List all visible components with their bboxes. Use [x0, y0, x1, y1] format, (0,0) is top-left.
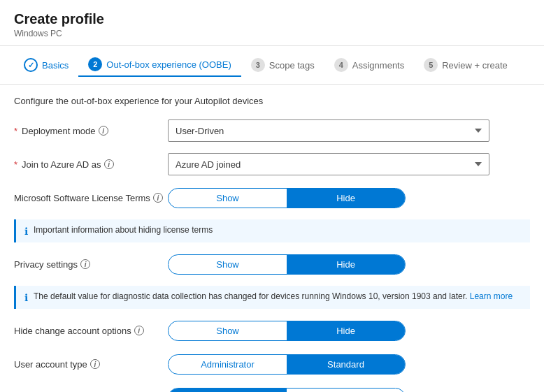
deployment-mode-control: User-Driven Self-Deploying	[168, 119, 530, 142]
tab-oobe-label: Out-of-box experience (OOBE)	[106, 59, 231, 70]
required-star: *	[14, 126, 17, 136]
hide-account-hide-btn[interactable]: Hide	[287, 321, 405, 340]
tab-check-icon: ✓	[24, 58, 38, 72]
user-account-toggle: Administrator Standard	[168, 354, 406, 375]
privacy-show-btn[interactable]: Show	[169, 255, 287, 274]
tab-scope-number: 3	[251, 58, 265, 72]
hide-account-show-btn[interactable]: Show	[169, 321, 287, 340]
join-azure-label: * Join to Azure AD as i	[14, 159, 168, 170]
page-subtitle: Windows PC	[14, 29, 530, 38]
license-terms-hide-btn[interactable]: Hide	[287, 189, 405, 208]
license-terms-info-icon[interactable]: i	[153, 193, 163, 203]
tab-oobe-number: 2	[88, 57, 102, 71]
diagnostic-text: The default value for diagnostic data co…	[34, 291, 513, 301]
tab-scope-label: Scope tags	[269, 60, 315, 71]
join-azure-select[interactable]: Azure AD joined Hybrid Azure AD joined	[168, 153, 489, 175]
deployment-mode-info-icon[interactable]: i	[99, 126, 108, 136]
section-description: Configure the out-of-box experience for …	[14, 96, 530, 106]
user-account-type-row: User account type i Administrator Standa…	[14, 352, 530, 376]
privacy-info-icon[interactable]: i	[80, 259, 90, 269]
tab-assignments-number: 4	[334, 58, 348, 72]
tab-basics[interactable]: ✓ Basics	[14, 54, 78, 76]
deployment-mode-label: * Deployment mode i	[14, 126, 168, 136]
user-account-type-control: Administrator Standard	[168, 354, 530, 375]
wizard-tabs: ✓ Basics 2 Out-of-box experience (OOBE) …	[0, 46, 544, 85]
join-azure-info-icon[interactable]: i	[104, 159, 114, 169]
white-glove-row: Allow White Glove OOBE i No Yes	[14, 386, 530, 392]
hide-account-control: Show Hide	[168, 321, 530, 341]
license-info-banner: ℹ Important information about hiding lic…	[14, 219, 530, 242]
main-content: Configure the out-of-box experience for …	[0, 85, 544, 392]
license-terms-toggle: Show Hide	[168, 188, 406, 208]
white-glove-toggle: No Yes	[168, 388, 406, 393]
tab-basics-label: Basics	[42, 60, 69, 71]
privacy-settings-row: Privacy settings i Show Hide	[14, 252, 530, 276]
tab-review-number: 5	[424, 58, 438, 72]
join-azure-row: * Join to Azure AD as i Azure AD joined …	[14, 152, 530, 176]
tab-oobe[interactable]: 2 Out-of-box experience (OOBE)	[78, 53, 241, 77]
required-star-2: *	[14, 159, 17, 170]
hide-account-row: Hide change account options i Show Hide	[14, 319, 530, 342]
white-glove-control: No Yes	[168, 388, 530, 393]
hide-account-info-icon[interactable]: i	[134, 326, 144, 335]
tab-scope[interactable]: 3 Scope tags	[241, 54, 324, 76]
hide-account-label: Hide change account options i	[14, 326, 168, 336]
learn-more-link[interactable]: Learn more	[470, 291, 513, 301]
user-account-info-icon[interactable]: i	[90, 359, 100, 369]
tab-review-label: Review + create	[442, 60, 508, 71]
license-info-icon: ℹ	[24, 226, 28, 237]
administrator-btn[interactable]: Administrator	[169, 355, 287, 374]
license-info-text: Important information about hiding licen…	[34, 225, 213, 235]
page-header: Create profile Windows PC	[0, 0, 544, 46]
diagnostic-banner: ℹ The default value for diagnostic data …	[14, 286, 530, 309]
privacy-settings-label: Privacy settings i	[14, 259, 168, 270]
user-account-type-label: User account type i	[14, 359, 168, 370]
license-terms-row: Microsoft Software License Terms i Show …	[14, 186, 530, 210]
privacy-settings-control: Show Hide	[168, 254, 530, 275]
privacy-settings-toggle: Show Hide	[168, 254, 406, 275]
privacy-hide-btn[interactable]: Hide	[287, 255, 405, 274]
license-terms-label: Microsoft Software License Terms i	[14, 193, 168, 203]
standard-btn[interactable]: Standard	[287, 355, 405, 374]
license-terms-show-btn[interactable]: Show	[169, 189, 287, 208]
white-glove-yes-btn[interactable]: Yes	[287, 389, 405, 393]
tab-review[interactable]: 5 Review + create	[414, 54, 517, 76]
deployment-mode-row: * Deployment mode i User-Driven Self-Dep…	[14, 119, 530, 143]
deployment-mode-select[interactable]: User-Driven Self-Deploying	[168, 119, 489, 142]
white-glove-no-btn[interactable]: No	[169, 389, 287, 393]
join-azure-control: Azure AD joined Hybrid Azure AD joined	[168, 153, 530, 175]
page-title: Create profile	[14, 11, 530, 27]
license-terms-control: Show Hide	[168, 188, 530, 208]
hide-account-toggle: Show Hide	[168, 321, 406, 341]
diagnostic-info-icon: ℹ	[24, 292, 28, 303]
tab-assignments[interactable]: 4 Assignments	[324, 54, 414, 76]
tab-assignments-label: Assignments	[352, 60, 404, 71]
